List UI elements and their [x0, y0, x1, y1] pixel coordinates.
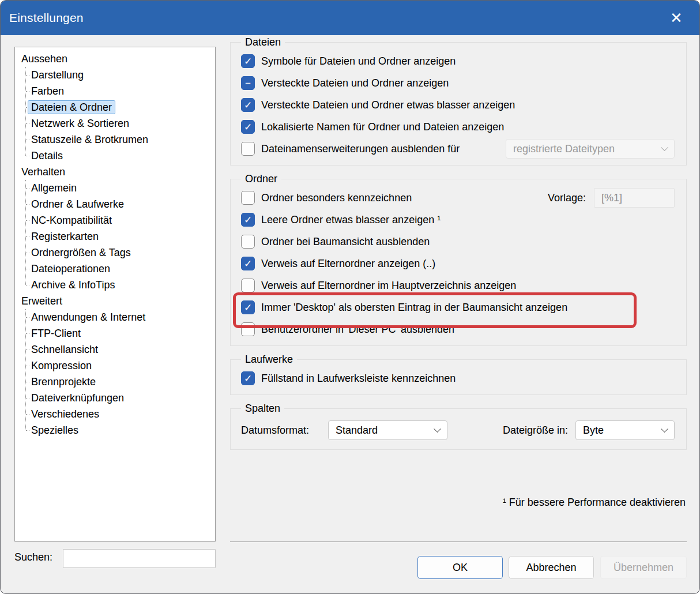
group-ordner: Ordner Ordner besonders kennzeichnen Vor… [230, 173, 687, 346]
tree-item-ordner-laufwerke[interactable]: Ordner & Laufwerke [26, 196, 215, 212]
tree-item-netzwerk-sortieren[interactable]: Netzwerk & Sortieren [26, 115, 215, 131]
group-dateien: Dateien ✓ Symbole für Dateien und Ordner… [230, 36, 687, 166]
cancel-button[interactable]: Abbrechen [509, 556, 594, 579]
tree-item-ftp-client[interactable]: FTP-Client [26, 325, 215, 341]
performance-footnote: ¹ Für bessere Performance deaktivieren [503, 497, 686, 509]
checkbox[interactable] [241, 322, 255, 336]
tree-group-erweitert-children: Anwendungen & Internet FTP-Client Schnel… [25, 309, 215, 438]
group-spalten: Spalten Datumsformat: Standard Dateigröß… [230, 403, 687, 450]
option-versteckte-anzeigen[interactable]: − Versteckte Dateien und Ordner anzeigen [241, 72, 675, 94]
check-icon: ✓ [244, 57, 252, 66]
vorlage-field: [%1] [594, 188, 675, 208]
checkbox[interactable]: ✓ [241, 371, 255, 385]
option-desktop-oberster-eintrag[interactable]: ✓ Immer 'Desktop' als obersten Eintrag i… [241, 296, 675, 318]
tree-item-schnellansicht[interactable]: Schnellansicht [26, 341, 215, 358]
dateityp-combobox: registrierte Dateitypen [506, 139, 675, 159]
chevron-down-icon [661, 425, 668, 433]
settings-window: Einstellungen ✕ Aussehen Darstellung Far… [0, 0, 700, 594]
tree-item-kompression[interactable]: Kompression [26, 358, 215, 374]
selected-tree-item: Dateien & Ordner [28, 101, 115, 114]
check-icon: ✓ [244, 215, 252, 225]
checkbox[interactable] [241, 235, 255, 249]
ok-button[interactable]: OK [417, 556, 503, 579]
check-icon: ✓ [244, 122, 252, 132]
option-leere-ordner-blasser[interactable]: ✓ Leere Ordner etwas blasser anzeigen ¹ [241, 209, 675, 231]
option-ordner-baumansicht-ausblenden[interactable]: Ordner bei Baumansicht ausblenden [241, 231, 675, 253]
option-symbole-anzeigen[interactable]: ✓ Symbole für Dateien und Ordner anzeige… [241, 50, 675, 72]
option-benutzerordner-ausblenden[interactable]: Benutzerordner in 'Dieser PC' ausblenden [241, 318, 675, 340]
check-icon: ✓ [244, 303, 252, 313]
dateigroesse-combobox[interactable]: Byte [575, 420, 675, 440]
check-icon: ✓ [244, 259, 252, 269]
checkbox[interactable] [241, 142, 255, 156]
group-spalten-title: Spalten [241, 403, 284, 415]
checkbox[interactable]: ✓ [241, 300, 255, 314]
tree-item-archive-infotips[interactable]: Archive & InfoTips [26, 277, 215, 293]
tree-item-ordnergroessen-tags[interactable]: Ordnergrößen & Tags [26, 245, 215, 261]
checkbox[interactable] [241, 191, 255, 205]
option-lokalisierte-namen[interactable]: ✓ Lokalisierte Namen für Ordner und Date… [241, 116, 675, 138]
checkbox[interactable]: ✓ [241, 98, 255, 112]
apply-button: Übernehmen [600, 556, 687, 579]
tree-item-farben[interactable]: Farben [26, 83, 215, 99]
tree-item-verschiedenes[interactable]: Verschiedenes [26, 406, 215, 422]
chevron-down-icon [434, 425, 441, 433]
window-title: Einstellungen [9, 11, 84, 25]
group-laufwerke-title: Laufwerke [241, 354, 297, 366]
chevron-down-icon [661, 144, 668, 151]
tree-group-aussehen-children: Darstellung Farben Dateien & Ordner Netz… [25, 67, 215, 164]
vorlage-label: Vorlage: [548, 192, 586, 204]
footer-separator [230, 542, 687, 542]
option-ordner-kennzeichnen[interactable]: Ordner besonders kennzeichnen Vorlage: [… [241, 187, 675, 209]
dateigroesse-label: Dateigröße in: [503, 424, 568, 437]
group-dateien-title: Dateien [241, 36, 285, 48]
group-ordner-title: Ordner [241, 173, 281, 185]
tree-list: Aussehen Darstellung Farben Dateien & Or… [15, 47, 215, 438]
checkbox[interactable]: ✓ [241, 257, 255, 270]
check-icon: ✓ [244, 374, 252, 384]
tree-item-registerkarten[interactable]: Registerkarten [26, 228, 215, 245]
tree-item-allgemein[interactable]: Allgemein [26, 180, 215, 196]
tree-item-aussehen[interactable]: Aussehen [21, 51, 215, 67]
checkbox[interactable]: ✓ [241, 54, 255, 68]
tree-item-nc-kompatibilitaet[interactable]: NC-Kompatibilität [26, 212, 215, 228]
option-verweis-elternordner[interactable]: ✓ Verweis auf Elternordner anzeigen (..) [241, 253, 675, 275]
checkbox[interactable]: ✓ [241, 120, 255, 134]
option-verweis-hauptverzeichnis[interactable]: Verweis auf Elternordner im Hauptverzeic… [241, 275, 675, 296]
option-erweiterungen-ausblenden[interactable]: Dateinamenserweiterungen ausblenden für … [241, 138, 675, 160]
titlebar: Einstellungen ✕ [1, 1, 699, 35]
option-versteckte-blasser[interactable]: ✓ Versteckte Dateien und Ordner etwas bl… [241, 94, 675, 116]
tree-item-dateioperationen[interactable]: Dateioperationen [26, 261, 215, 277]
tree-group-verhalten-children: Allgemein Ordner & Laufwerke NC-Kompatib… [25, 180, 215, 293]
checkbox[interactable]: ✓ [241, 213, 255, 227]
tree-item-erweitert[interactable]: Erweitert [21, 293, 215, 309]
tree-item-details[interactable]: Details [26, 148, 215, 164]
checkbox[interactable]: − [241, 76, 255, 90]
spalten-row: Datumsformat: Standard Dateigröße in: By… [241, 416, 675, 444]
search-label: Suchen: [14, 551, 52, 563]
search-input[interactable] [63, 549, 216, 568]
category-tree: Aussehen Darstellung Farben Dateien & Or… [14, 47, 216, 542]
tree-item-dateien-ordner[interactable]: Dateien & Ordner [26, 99, 215, 115]
tree-item-spezielles[interactable]: Spezielles [26, 422, 215, 438]
group-laufwerke: Laufwerke ✓ Füllstand in Laufwerksleiste… [230, 354, 687, 395]
tree-item-anwendungen-internet[interactable]: Anwendungen & Internet [26, 309, 215, 325]
checkbox[interactable] [241, 279, 255, 292]
tree-item-statuszeile-brotkrumen[interactable]: Statuszeile & Brotkrumen [26, 131, 215, 148]
close-icon[interactable]: ✕ [663, 1, 690, 35]
tree-item-darstellung[interactable]: Darstellung [26, 67, 215, 83]
datumsformat-combobox[interactable]: Standard [328, 420, 447, 440]
tree-item-brennprojekte[interactable]: Brennprojekte [26, 374, 215, 390]
datumsformat-label: Datumsformat: [241, 424, 328, 437]
option-fuellstand-kennzeichnen[interactable]: ✓ Füllstand in Laufwerksleiste kennzeich… [241, 367, 675, 389]
check-icon: ✓ [244, 100, 252, 110]
tree-item-dateiverknuepfungen[interactable]: Dateiverknüpfungen [26, 390, 215, 406]
tree-item-verhalten[interactable]: Verhalten [21, 164, 215, 180]
settings-content: Dateien ✓ Symbole für Dateien und Ordner… [230, 36, 687, 457]
indeterminate-icon: − [245, 78, 251, 88]
